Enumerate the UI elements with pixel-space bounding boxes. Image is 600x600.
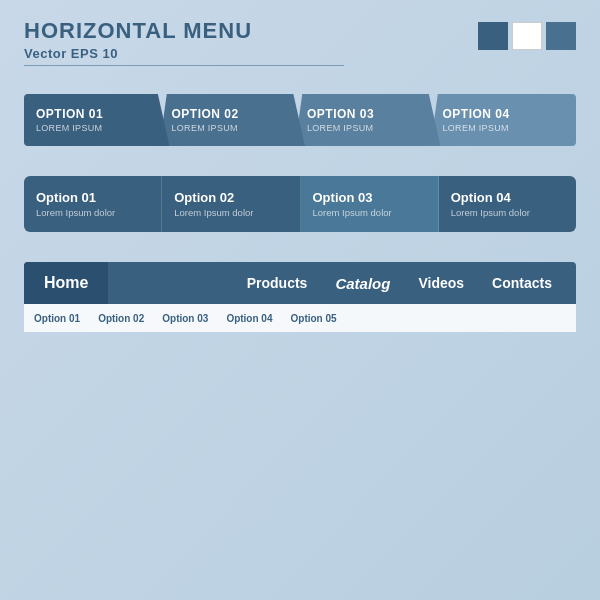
menu3-container: Home Products Catalog Videos Contacts Op… xyxy=(24,262,576,332)
menu3-bottom: Option 01 Option 02 Option 03 Option 04 … xyxy=(24,304,576,332)
menu3-sub-option4[interactable]: Option 04 xyxy=(226,313,272,324)
menu1-item-2[interactable]: OPTION 02 LOREM IPSUM xyxy=(160,94,306,146)
menu3-top: Home Products Catalog Videos Contacts xyxy=(24,262,576,304)
header-divider xyxy=(24,65,344,66)
menu2-container: Option 01 Lorem Ipsum dolor Option 02 Lo… xyxy=(24,176,576,232)
menu3-nav-contacts[interactable]: Contacts xyxy=(478,262,566,304)
header-left: HORIZONTAL MENU Vector EPS 10 xyxy=(24,18,344,66)
menu2-item-4[interactable]: Option 04 Lorem Ipsum dolor xyxy=(439,176,576,232)
menu2: Option 01 Lorem Ipsum dolor Option 02 Lo… xyxy=(24,176,576,232)
menu2-item-2[interactable]: Option 02 Lorem Ipsum dolor xyxy=(162,176,300,232)
menu1-item-1[interactable]: OPTION 01 LOREM IPSUM xyxy=(24,94,170,146)
page-title: HORIZONTAL MENU xyxy=(24,18,344,44)
color-swatches xyxy=(478,22,576,50)
menu2-item-3[interactable]: Option 03 Lorem Ipsum dolor xyxy=(301,176,439,232)
swatch-white xyxy=(512,22,542,50)
menu2-item-1[interactable]: Option 01 Lorem Ipsum dolor xyxy=(24,176,162,232)
menu3-sub-option2[interactable]: Option 02 xyxy=(98,313,144,324)
menu3-nav-catalog[interactable]: Catalog xyxy=(321,262,404,304)
menu3-home-button[interactable]: Home xyxy=(24,262,108,304)
swatch-dark xyxy=(478,22,508,50)
menu3-nav-videos[interactable]: Videos xyxy=(404,262,478,304)
menu3-sub-option1[interactable]: Option 01 xyxy=(34,313,80,324)
swatch-medium xyxy=(546,22,576,50)
menu1-item-4[interactable]: OPTION 04 LOREM IPSUM xyxy=(431,94,577,146)
menu3-sub-option3[interactable]: Option 03 xyxy=(162,313,208,324)
menu1-container: OPTION 01 LOREM IPSUM OPTION 02 LOREM IP… xyxy=(24,94,576,146)
page-subtitle: Vector EPS 10 xyxy=(24,46,344,61)
menu3-nav-products[interactable]: Products xyxy=(233,262,322,304)
menu1-item-3[interactable]: OPTION 03 LOREM IPSUM xyxy=(295,94,441,146)
header: HORIZONTAL MENU Vector EPS 10 xyxy=(0,0,600,76)
menu1: OPTION 01 LOREM IPSUM OPTION 02 LOREM IP… xyxy=(24,94,576,146)
menu3-nav: Products Catalog Videos Contacts xyxy=(108,262,576,304)
menu3-sub-option5[interactable]: Option 05 xyxy=(291,313,337,324)
